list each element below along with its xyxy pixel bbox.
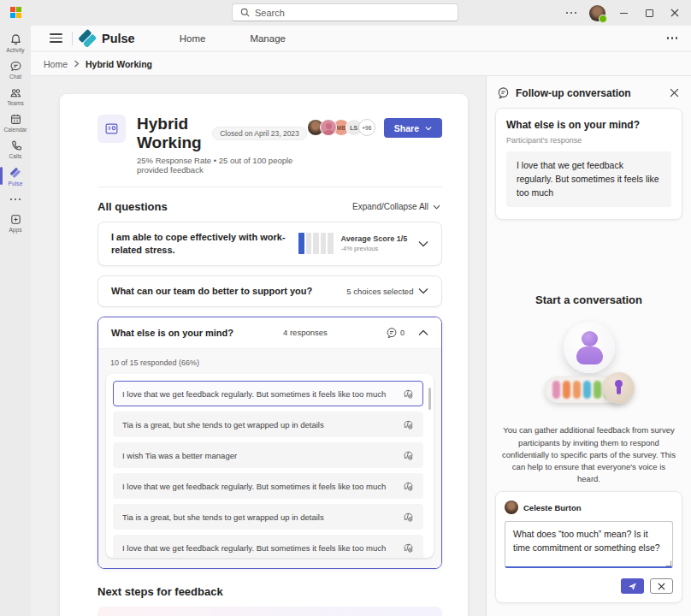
question-header[interactable]: What else is on your mind? 4 responses 0 — [98, 317, 441, 349]
survey-header: Hybrid Working Closed on April 23, 2023 … — [97, 115, 442, 175]
rail-label: Pulse — [9, 181, 23, 187]
start-conversation-icon[interactable] — [403, 419, 414, 430]
chevron-down-icon[interactable] — [418, 240, 428, 247]
survey-meta: 25% Response Rate • 25 out of 100 people… — [137, 156, 307, 175]
response-row[interactable]: I love that we get feedback regularly. B… — [113, 473, 423, 499]
window-titlebar — [0, 0, 691, 26]
breadcrumb-home[interactable]: Home — [44, 59, 68, 69]
start-conversation-icon[interactable] — [403, 542, 414, 554]
app-rail: Activity Chat Teams Calendar Calls Pulse… — [0, 26, 31, 616]
rail-item-chat[interactable]: Chat — [0, 56, 31, 83]
score-block: Average Score 1/5 -4% previous — [341, 234, 408, 252]
response-row[interactable]: Tia is a great, but she tends to get wra… — [113, 504, 423, 530]
response-list: I love that we get feedback regularly. B… — [106, 374, 434, 558]
close-icon[interactable] — [664, 2, 686, 24]
scrollbar[interactable] — [428, 388, 431, 410]
search-bar[interactable] — [232, 3, 458, 21]
chat-icon — [9, 60, 22, 73]
send-button[interactable] — [621, 578, 644, 594]
response-row[interactable]: I wish Tia was a better manager — [113, 442, 423, 468]
responses-section: 10 of 15 responded (66%) I love that we … — [98, 348, 441, 568]
divider — [97, 187, 442, 187]
rail-item-activity[interactable]: Activity — [0, 30, 31, 56]
survey-icon — [97, 115, 126, 143]
maximize-icon[interactable] — [638, 2, 660, 24]
close-panel-icon[interactable] — [668, 86, 681, 99]
main-content: Hybrid Working Closed on April 23, 2023 … — [31, 76, 486, 616]
bell-icon — [9, 33, 22, 46]
tab-manage[interactable]: Manage — [250, 33, 286, 44]
response-rate-text: 10 of 15 responded (66%) — [110, 358, 434, 367]
page-title: Hybrid Working — [137, 115, 204, 152]
question-card-support[interactable]: What can our team do better to support y… — [97, 275, 442, 307]
chevron-up-icon[interactable] — [418, 329, 428, 336]
start-conversation-icon[interactable] — [403, 512, 414, 523]
start-conversation-icon[interactable] — [403, 450, 414, 461]
next-steps-title: Next steps for feedback — [97, 585, 442, 598]
rail-item-teams[interactable]: Teams — [0, 83, 31, 110]
rail-item-calendar[interactable]: Calendar — [0, 110, 31, 136]
minimize-icon[interactable] — [612, 2, 635, 24]
response-quote: I love that we get feedback regularly. B… — [506, 151, 671, 207]
hamburger-menu-icon[interactable] — [43, 28, 68, 49]
chevron-right-icon — [74, 60, 80, 68]
question-card-open-feedback: What else is on your mind? 4 responses 0… — [97, 317, 442, 570]
response-text: Tia is a great, but she tends to get wra… — [122, 512, 324, 522]
message-input[interactable]: What does “too much” mean? Is it time co… — [505, 521, 673, 568]
discard-button[interactable] — [650, 578, 673, 594]
survey-title-block: Hybrid Working Closed on April 23, 2023 … — [137, 115, 307, 175]
chevron-down-icon[interactable] — [418, 287, 428, 294]
comment-count[interactable]: 0 — [386, 327, 405, 339]
rail-item-calls[interactable]: Calls — [0, 136, 31, 163]
start-conversation-section: Start a conversation You can gather addi… — [487, 293, 691, 485]
response-row[interactable]: I love that we get feedback regularly. B… — [113, 535, 423, 558]
question-text: I am able to cope effectively with work-… — [111, 231, 286, 257]
rail-label: Apps — [9, 227, 21, 233]
rail-label: Calendar — [3, 127, 27, 133]
people-icon — [9, 86, 22, 99]
start-conversation-icon[interactable] — [403, 388, 414, 400]
response-text: I love that we get feedback regularly. B… — [122, 389, 386, 399]
next-steps-card: Share Share your results directly with o… — [97, 607, 442, 616]
header-more-icon[interactable] — [667, 37, 678, 39]
question-meta: 4 responses — [283, 328, 328, 337]
rail-label: Chat — [9, 74, 21, 80]
response-label: Participant's response — [506, 136, 671, 145]
share-button[interactable]: Share — [384, 118, 442, 138]
comment-icon — [497, 86, 510, 99]
score-bars — [298, 233, 334, 254]
survey-card: Hybrid Working Closed on April 23, 2023 … — [60, 94, 468, 616]
panel-title: Follow-up conversation — [516, 87, 662, 99]
teams-app-logo[interactable] — [10, 7, 22, 19]
response-row[interactable]: I love that we get feedback regularly. B… — [113, 381, 423, 406]
participant-response-card: What else is on your mind? Participant's… — [495, 108, 682, 220]
participant-avatars[interactable]: MB LS +96 — [307, 119, 375, 136]
question-text: What can our team do better to support y… — [111, 285, 312, 298]
titlebar-more-icon[interactable] — [560, 2, 582, 24]
x-icon — [658, 583, 665, 590]
apps-plus-icon — [9, 213, 22, 226]
question-text: What else is on your mind? — [111, 327, 233, 340]
response-row[interactable]: Tia is a great, but she tends to get wra… — [113, 412, 423, 437]
cta-title: Start a conversation — [487, 293, 691, 306]
divider — [72, 32, 73, 45]
rail-item-pulse[interactable]: Pulse — [0, 163, 31, 189]
section-title: All questions — [97, 200, 168, 213]
paper-plane-icon — [628, 582, 637, 591]
app-header: Pulse Home Manage — [31, 26, 691, 51]
question-card-stress[interactable]: I am able to cope effectively with work-… — [97, 222, 442, 266]
avatar — [505, 500, 518, 514]
followup-panel: Follow-up conversation What else is on y… — [486, 76, 691, 616]
composer-user-name: Celeste Burton — [523, 503, 582, 512]
rail-item-apps[interactable]: Apps — [0, 210, 31, 236]
tab-home[interactable]: Home — [180, 33, 206, 44]
calendar-icon — [9, 113, 22, 126]
start-conversation-icon[interactable] — [403, 481, 414, 492]
search-input[interactable] — [255, 8, 450, 18]
user-avatar[interactable] — [589, 5, 605, 21]
question-meta: 5 choices selected — [346, 287, 413, 296]
ellipsis-icon — [10, 198, 21, 201]
search-icon — [240, 8, 250, 17]
rail-item-more[interactable] — [0, 189, 31, 210]
expand-collapse-all[interactable]: Expand/Collapse All — [352, 202, 440, 211]
